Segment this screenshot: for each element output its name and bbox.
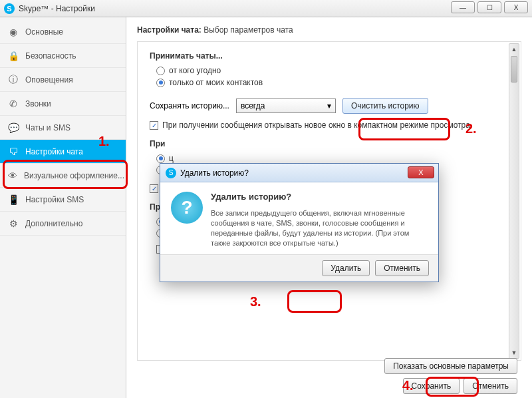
- section-label: При: [150, 139, 509, 148]
- lock-icon: 🔒: [8, 51, 19, 61]
- eye-icon: 👁: [8, 170, 17, 181]
- question-icon: ?: [171, 192, 203, 224]
- chevron-down-icon: ▾: [327, 101, 331, 110]
- confirm-delete-dialog: S Удалить историю? X ? Удалить историю? …: [160, 163, 439, 282]
- sidebar-item-label: Звонки: [25, 99, 51, 108]
- sidebar-item-appearance[interactable]: 👁 Визуальное оформление...: [0, 164, 126, 188]
- sidebar-item-calls[interactable]: ✆ Звонки: [0, 92, 126, 116]
- sidebar-item-label: Чаты и SMS: [25, 123, 70, 132]
- phone-sms-icon: 📱: [8, 194, 19, 205]
- page-title: Настройки чата: Выбор параметров чата: [137, 25, 521, 35]
- sidebar-item-security[interactable]: 🔒 Безопасность: [0, 44, 126, 68]
- sidebar-item-advanced[interactable]: ⚙ Дополнительно: [0, 212, 126, 236]
- accept-chats-heading: Принимать чаты...: [150, 51, 509, 61]
- scrollbar[interactable]: ▲ ▼: [509, 43, 519, 359]
- dialog-title: Удалить историю?: [180, 168, 249, 178]
- dialog-close-button[interactable]: X: [408, 166, 434, 178]
- cancel-button[interactable]: Отменить: [464, 378, 517, 394]
- skype-logo-icon: S: [4, 3, 15, 14]
- radio-icon: [156, 79, 165, 87]
- clear-history-button[interactable]: Очистить историю: [342, 98, 428, 114]
- speech-icon: 🗨: [8, 146, 19, 157]
- title-bar: S Skype™ - Настройки — ☐ X: [0, 0, 532, 17]
- skype-icon: ◉: [8, 27, 19, 37]
- sidebar-item-sms-settings[interactable]: 📱 Настройки SMS: [0, 188, 126, 212]
- accept-anyone-option[interactable]: от кого угодно: [156, 66, 509, 75]
- sidebar-item-label: Настройки SMS: [25, 195, 84, 204]
- sidebar-item-chat-settings[interactable]: 🗨 Настройки чата: [0, 140, 126, 164]
- window-title: Skype™ - Настройки: [19, 4, 95, 13]
- close-button[interactable]: X: [504, 1, 528, 13]
- phone-icon: ✆: [8, 99, 19, 109]
- accept-contacts-option[interactable]: только от моих контактов: [156, 78, 509, 87]
- dialog-heading: Удалить историю?: [211, 192, 428, 202]
- option-label: от кого угодно: [169, 66, 221, 75]
- skype-logo-icon: S: [166, 168, 176, 178]
- dialog-body-text: Все записи предыдущего общения, включая …: [211, 208, 428, 248]
- history-label: Сохранять историю...: [150, 101, 229, 110]
- radio-icon: [156, 154, 165, 163]
- gear-icon: ⚙: [8, 218, 19, 229]
- dropdown-value: всегда: [241, 101, 265, 110]
- sidebar: ◉ Основные 🔒 Безопасность ⓘ Оповещения ✆…: [0, 17, 126, 398]
- chat-icon: 💬: [8, 122, 19, 133]
- minimize-button[interactable]: —: [451, 1, 475, 13]
- maximize-button[interactable]: ☐: [477, 1, 501, 13]
- sidebar-item-notifications[interactable]: ⓘ Оповещения: [0, 68, 126, 92]
- sidebar-item-chat-sms[interactable]: 💬 Чаты и SMS: [0, 116, 126, 140]
- sidebar-item-label: Дополнительно: [25, 219, 82, 228]
- dialog-delete-button[interactable]: Удалить: [322, 260, 370, 276]
- dialog-cancel-button[interactable]: Отменить: [375, 260, 429, 276]
- show-basic-params-button[interactable]: Показать основные параметры: [384, 358, 517, 374]
- history-dropdown[interactable]: всегда ▾: [236, 99, 336, 113]
- sidebar-item-label: Безопасность: [25, 51, 76, 61]
- sidebar-item-label: Визуальное оформление...: [24, 171, 124, 180]
- option-label: только от моих контактов: [169, 78, 263, 87]
- info-icon: ⓘ: [8, 75, 19, 85]
- radio-icon: [156, 67, 165, 75]
- scroll-down-icon[interactable]: ▼: [509, 347, 519, 358]
- save-button[interactable]: Сохранить: [403, 378, 460, 394]
- checkbox-icon[interactable]: [150, 121, 158, 130]
- compact-mode-label: При получении сообщения открывать новое …: [162, 120, 470, 130]
- option-label: ц: [169, 154, 174, 163]
- sidebar-item-general[interactable]: ◉ Основные: [0, 20, 126, 44]
- sidebar-item-label: Основные: [25, 27, 63, 37]
- checkbox-icon[interactable]: [150, 184, 158, 193]
- scroll-up-icon[interactable]: ▲: [509, 44, 519, 55]
- partial-option-1[interactable]: ц: [156, 154, 509, 163]
- scroll-thumb[interactable]: [511, 56, 517, 83]
- sidebar-item-label: Оповещения: [25, 75, 73, 85]
- dialog-title-bar[interactable]: S Удалить историю? X: [160, 164, 438, 182]
- sidebar-item-label: Настройки чата: [25, 147, 83, 156]
